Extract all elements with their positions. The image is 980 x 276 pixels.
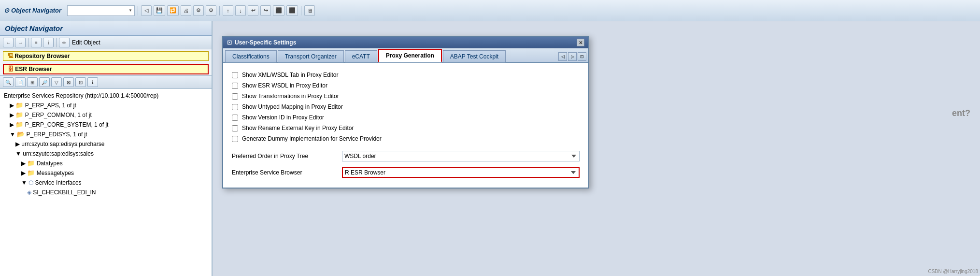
tree-folder-icon: ⬡ [28,179,33,186]
tree-btn-5[interactable]: ▽ [51,77,62,87]
tree-expand-icon: ▼ [21,179,28,186]
toolbar-btn-4[interactable]: ⚙ [193,5,204,16]
nav-toolbar: ← → ≡ i ✏ Edit Object [0,36,212,49]
tabs-bar: Classifications Transport Organizer eCAT… [223,48,588,63]
dialog-content: Show XML/WSDL Tab in Proxy Editor Show E… [223,63,588,188]
tree-item[interactable]: ▶ 📁 P_ERP_COMMON, 1 of jt [0,110,212,120]
tab-ecatt[interactable]: eCATT [345,50,377,62]
tab-transport-organizer[interactable]: Transport Organizer [278,50,344,62]
toolbar-monitor-btn[interactable]: 🖥 [304,5,315,16]
tab-scroll-buttons: ◁ ▷ ⊡ [558,52,586,62]
tab-label: ABAP Test Cockpit [450,53,498,60]
toolbar-divider-1 [138,6,138,15]
tree-expand-icon: ▶ [10,102,15,109]
cb-rename-external[interactable] [232,125,238,131]
tree-expand-icon: ▶ [15,141,21,147]
cb-xml-wsdl[interactable] [232,72,238,78]
cb-esr-wsdl[interactable] [232,83,238,89]
tree-toolbar: 🔍 📄 ⊞ 🔎 ▽ ⊠ ⊡ ℹ [0,75,212,89]
panel-header: Object Navigator [0,21,212,36]
form-row-proxy-tree: Preferred Order in Proxy Tree WSDL order… [232,148,580,164]
tree-item[interactable]: ▶ urn:szyuto:sap:edisys:purcharse [0,139,212,149]
tree-folder-icon: 📁 [15,121,23,128]
cb-untyped-mapping[interactable] [232,104,238,110]
tab-scroll-menu-btn[interactable]: ⊡ [578,52,586,61]
tree-btn-8[interactable]: ℹ [87,77,98,87]
tree-item[interactable]: ▶ 📁 P_ERP_APS, 1 of jt [0,101,212,110]
cb-rename-external-label: Show Rename External Key in Proxy Editor [242,125,354,131]
cb-transformations[interactable] [232,93,238,100]
right-side-text-area: ent? [952,108,970,118]
nav-edit-btn[interactable]: ✏ [59,38,70,47]
tree-expand-icon: ▼ [15,150,23,157]
nav-info-btn[interactable]: i [43,38,54,47]
dialog-close-button[interactable]: ✕ [577,39,584,46]
toolbar-dropdown[interactable] [67,5,135,16]
toolbar-btn-7[interactable]: ⬛ [286,5,298,16]
toolbar-divider-3 [301,6,301,15]
tab-classifications[interactable]: Classifications [225,50,277,62]
toolbar-btn-3[interactable]: 🖨 [181,5,191,16]
tree-btn-4[interactable]: 🔎 [39,77,50,87]
tree-btn-1[interactable]: 🔍 [3,77,14,87]
enterprise-browser-label: Enterprise Service Browser [232,169,338,176]
esr-selector[interactable]: 🗄 ESR Browser [3,64,209,74]
toolbar-save-btn[interactable]: 💾 [154,5,165,16]
toolbar-refresh-btn[interactable]: 🔁 [167,5,179,16]
checkbox-row-6: Show Rename External Key in Proxy Editor [232,123,580,133]
tab-abap-test-cockpit[interactable]: ABAP Test Cockpit [443,50,506,62]
nav-back-btn[interactable]: ← [3,38,14,47]
enterprise-browser-select[interactable]: R ESR Browser None [342,167,580,178]
toolbar-down-btn[interactable]: ↓ [235,5,246,16]
tree-btn-3[interactable]: ⊞ [27,77,38,87]
tab-label: Proxy Generation [386,52,434,59]
proxy-tree-label: Preferred Order in Proxy Tree [232,153,338,160]
tree-folder-icon: 📁 [27,160,35,167]
tree-folder-icon: 📁 [15,111,23,118]
toolbar-up-btn[interactable]: ↑ [223,5,233,16]
tree-folder-icon: 📁 [27,169,35,176]
repo-selector[interactable]: 🏗 Repository Browser [3,51,209,61]
tree-item[interactable]: ◈ SI_CHECKBILL_EDI_IN [0,188,212,197]
nav-divider [28,38,28,47]
tree-expand-icon: ▶ [10,112,15,118]
cb-generate-dummy[interactable] [232,136,238,142]
repo-selector-label: Repository Browser [14,53,70,59]
cb-untyped-mapping-label: Show Untyped Mapping in Proxy Editor [242,103,343,110]
cb-xml-wsdl-label: Show XML/WSDL Tab in Proxy Editor [242,72,338,78]
tree-item[interactable]: ▼ ⬡ Service Interfaces [0,178,212,188]
tree-item[interactable]: ▼ urn:szyuto:sap:edisys:sales [0,149,212,159]
tab-scroll-right-btn[interactable]: ▷ [568,52,577,61]
tree-expand-icon: ▼ [10,131,17,138]
tree-root: Enterprise Services Repository (http://1… [0,91,212,101]
nav-tree-btn[interactable]: ≡ [31,38,42,47]
tab-proxy-generation[interactable]: Proxy Generation [378,49,442,62]
tree-item[interactable]: ▶ 📁 Messagetypes [0,168,212,178]
proxy-tree-select[interactable]: WSDL order Alphabetical [342,151,580,161]
tree-expand-icon: ▶ [21,160,27,167]
cb-version-id[interactable] [232,115,238,121]
toolbar-undo-btn[interactable]: ↩ [248,5,258,16]
tab-label: eCATT [352,53,370,60]
tree-btn-2[interactable]: 📄 [15,77,26,87]
toolbar-btn-5[interactable]: ⚙ [206,5,216,16]
tree-btn-6[interactable]: ⊠ [63,77,74,87]
user-specific-settings-dialog: ⊡ User-Specific Settings ✕ Classificatio… [222,36,589,189]
tree-btn-7[interactable]: ⊡ [75,77,86,87]
tree-item[interactable]: ▶ 📁 Datatypes [0,159,212,168]
tree-item[interactable]: ▼ 📂 P_ERP_EDISYS, 1 of jt [0,130,212,139]
toolbar-back-btn[interactable]: ◁ [141,5,152,16]
tab-scroll-left-btn[interactable]: ◁ [558,52,567,61]
center-right-area: ⊡ User-Specific Settings ✕ Classificatio… [213,21,980,276]
tree-folder-icon: 📁 [15,102,23,109]
tree-container: Enterprise Services Repository (http://1… [0,89,212,276]
tree-folder-icon: 📂 [17,131,25,138]
toolbar-btn-6[interactable]: ⬛ [273,5,284,16]
nav-forward-btn[interactable]: → [15,38,26,47]
tree-item[interactable]: ▶ 📁 P_ERP_CORE_SYSTEM, 1 of jt [0,120,212,130]
checkbox-row-1: Show XML/WSDL Tab in Proxy Editor [232,70,580,80]
dialog-title: User-Specific Settings [235,39,296,46]
close-icon: ✕ [579,40,582,45]
tree-leaf-icon: ◈ [27,189,33,196]
toolbar-redo-btn[interactable]: ↪ [260,5,271,16]
